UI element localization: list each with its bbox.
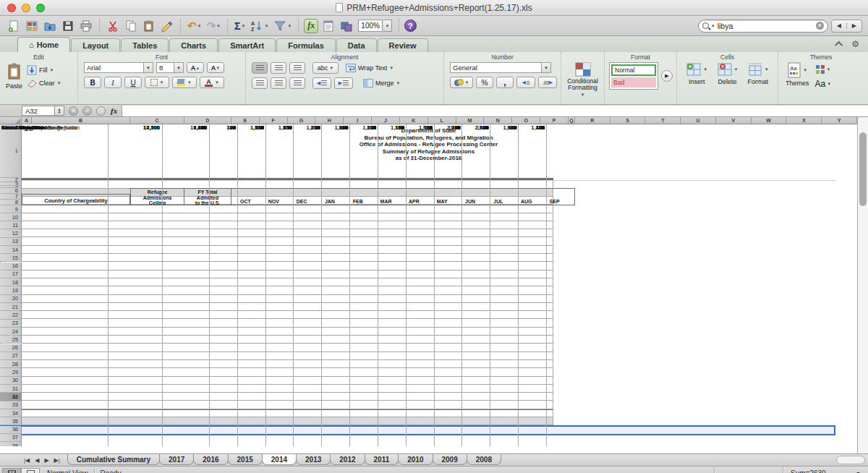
fill-color-button[interactable]: ▼ — [172, 77, 197, 88]
sheet-tab-cumulative-summary[interactable]: Cumulative Summary — [67, 454, 160, 465]
borders-button[interactable]: ▼ — [145, 77, 169, 88]
column-header-D[interactable]: D — [184, 117, 231, 124]
collapse-ribbon-icon[interactable] — [835, 41, 843, 49]
increase-indent-button[interactable]: ▶ — [334, 77, 353, 89]
total-cell[interactable] — [163, 124, 210, 446]
comma-style-button[interactable]: , — [496, 77, 514, 88]
column-header-H[interactable]: H — [315, 117, 344, 124]
gallery-button[interactable] — [24, 17, 40, 35]
formula-input[interactable] — [122, 106, 868, 116]
normal-view-button[interactable] — [2, 468, 21, 473]
paste-toolbar-button[interactable] — [141, 17, 157, 35]
last-sheet-button[interactable]: ▶| — [54, 457, 60, 464]
ribbon-tab-smartart[interactable]: SmartArt — [218, 38, 276, 52]
undo-button[interactable]: ↶▼ — [186, 17, 203, 35]
column-header-V[interactable]: V — [716, 117, 752, 124]
merge-button[interactable]: Merge ▼ — [363, 79, 400, 88]
sheet-tab-2017[interactable]: 2017 — [159, 454, 194, 465]
media-browser-button[interactable] — [339, 17, 354, 35]
month-cell[interactable]: 1,304 — [322, 124, 350, 446]
redo-button[interactable]: ↷▼ — [205, 17, 223, 35]
vertical-scrollbar[interactable] — [857, 117, 868, 453]
toolbox-button[interactable] — [320, 17, 336, 35]
sheet-tab-2016[interactable]: 2016 — [193, 454, 228, 465]
column-header-G[interactable]: G — [288, 117, 316, 124]
font-name-select[interactable]: Arial▼ — [84, 62, 153, 73]
ribbon-tab-layout[interactable]: Layout — [71, 38, 120, 52]
column-header-R[interactable]: R — [575, 117, 610, 124]
ribbon-tab-home[interactable]: ⌂Home — [17, 37, 70, 52]
gear-icon[interactable]: ⚙ — [851, 39, 859, 49]
bold-button[interactable]: B — [84, 77, 101, 88]
theme-fonts-button[interactable]: Aa▼ — [815, 79, 832, 89]
spreadsheet-grid[interactable]: 1234678910111213141516171819202122232425… — [0, 124, 857, 446]
currency-button[interactable]: ▼ — [450, 77, 473, 88]
column-header-E[interactable]: E — [231, 117, 260, 124]
minimize-window-button[interactable] — [22, 4, 30, 12]
shrink-font-button[interactable]: A▼ — [207, 62, 224, 73]
sheet-tab-2013[interactable]: 2013 — [296, 454, 331, 465]
grow-font-button[interactable]: A▲ — [187, 62, 204, 73]
align-top-button[interactable] — [252, 62, 268, 74]
save-button[interactable] — [60, 17, 76, 35]
orientation-button[interactable]: abc▼ — [312, 62, 339, 74]
column-header-S[interactable]: S — [610, 117, 646, 124]
ribbon-tab-data[interactable]: Data — [336, 38, 377, 52]
style-bad-swatch[interactable]: Bad — [611, 77, 656, 88]
label-cell[interactable]: East Asia — [0, 124, 109, 446]
close-window-button[interactable] — [7, 4, 16, 12]
font-color-button[interactable]: A▼ — [200, 77, 224, 88]
column-header-J[interactable]: J — [372, 117, 400, 124]
styles-gallery-expand-button[interactable]: ▶ — [661, 70, 673, 82]
month-cell[interactable]: 1,212 — [350, 124, 378, 446]
ribbon-tab-charts[interactable]: Charts — [169, 38, 218, 52]
column-header-Q[interactable]: Q — [569, 117, 575, 124]
format-painter-button[interactable] — [159, 17, 175, 35]
search-next-button[interactable]: ▶ — [847, 22, 861, 29]
column-header-I[interactable]: I — [344, 117, 372, 124]
align-center-button[interactable] — [271, 77, 286, 89]
themes-button[interactable]: Aa▼ Themes — [786, 62, 809, 104]
column-header-X[interactable]: X — [786, 117, 822, 124]
style-normal-swatch[interactable]: Normal — [611, 64, 656, 76]
sheet-tab-2014[interactable]: 2014 — [262, 454, 297, 465]
column-header-U[interactable]: U — [681, 117, 716, 124]
sliver-cell[interactable] — [547, 124, 857, 446]
select-all-corner[interactable] — [0, 117, 22, 124]
format-cells-button[interactable]: ▼ Format — [747, 62, 769, 104]
vertical-scrollbar-thumb[interactable] — [859, 132, 867, 206]
new-workbook-button[interactable] — [6, 17, 22, 35]
search-input[interactable]: ▼ libya ✕ — [698, 20, 828, 33]
sum-indicator[interactable]: Sum=2630 ▼ — [783, 466, 868, 473]
search-scope-caret-icon[interactable]: ▼ — [711, 24, 715, 28]
search-previous-button[interactable]: ◀ — [832, 22, 847, 29]
align-middle-button[interactable] — [271, 62, 286, 74]
cancel-entry-icon[interactable]: ✕ — [69, 106, 78, 116]
page-layout-view-button[interactable] — [21, 468, 40, 473]
decrease-indent-button[interactable]: ◀ — [312, 77, 331, 89]
copy-button[interactable] — [123, 17, 139, 35]
zoom-control[interactable]: 100%▼ — [357, 17, 393, 35]
ceiling-cell[interactable]: 14,700 — [109, 124, 163, 446]
previous-sheet-button[interactable]: ◀ — [35, 457, 39, 464]
month-cell[interactable]: 2,547 — [463, 124, 491, 446]
name-box[interactable]: A32 — [22, 106, 55, 116]
filter-button[interactable]: ▼ — [272, 17, 293, 35]
entry-option-icon[interactable] — [96, 106, 106, 116]
column-header-O[interactable]: O — [512, 117, 540, 124]
formula-builder-button[interactable]: fx — [304, 19, 318, 33]
month-cell[interactable]: 1,180 — [378, 124, 407, 446]
column-header-P[interactable]: P — [540, 117, 569, 124]
print-button[interactable] — [78, 17, 94, 35]
month-cell[interactable]: 1,957 — [238, 124, 266, 446]
column-header-W[interactable]: W — [752, 117, 787, 124]
first-sheet-button[interactable]: |◀ — [24, 457, 30, 464]
align-right-button[interactable] — [289, 77, 305, 89]
column-header-B[interactable]: B — [32, 117, 130, 124]
sort-button[interactable]: AZ▼ — [249, 17, 270, 35]
next-sheet-button[interactable]: ▶ — [44, 457, 48, 464]
clear-button[interactable]: Clear ▼ — [27, 79, 61, 88]
column-header-A[interactable]: A — [22, 117, 32, 124]
conditional-formatting-button[interactable]: Conditional Formatting ▼ — [563, 62, 603, 104]
decrease-decimal-button[interactable]: .00▶ — [538, 77, 557, 88]
